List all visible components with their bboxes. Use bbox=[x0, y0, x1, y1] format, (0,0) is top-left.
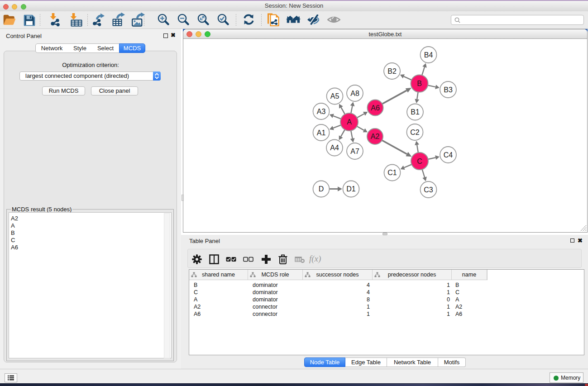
svg-text:B: B bbox=[417, 80, 422, 87]
svg-text:A6: A6 bbox=[371, 104, 380, 112]
svg-text:C: C bbox=[417, 157, 422, 165]
svg-text:C1: C1 bbox=[387, 169, 397, 176]
svg-text:A8: A8 bbox=[350, 90, 359, 97]
svg-text:C3: C3 bbox=[424, 186, 433, 194]
svg-text:A1: A1 bbox=[317, 129, 326, 137]
svg-text:B4: B4 bbox=[424, 51, 433, 59]
svg-text:D1: D1 bbox=[346, 185, 356, 193]
svg-text:D: D bbox=[319, 185, 324, 193]
svg-text:A: A bbox=[347, 118, 352, 126]
svg-text:f(x): f(x) bbox=[309, 255, 321, 264]
svg-text:B1: B1 bbox=[411, 108, 420, 116]
svg-text:A7: A7 bbox=[350, 148, 359, 155]
svg-text:C2: C2 bbox=[410, 129, 420, 136]
svg-text:A3: A3 bbox=[317, 108, 326, 115]
svg-text:A2: A2 bbox=[371, 133, 380, 140]
svg-text:A4: A4 bbox=[330, 144, 339, 152]
svg-text:B3: B3 bbox=[444, 86, 453, 94]
svg-text:A5: A5 bbox=[330, 92, 339, 100]
svg-text:C4: C4 bbox=[444, 151, 453, 159]
svg-text:B2: B2 bbox=[387, 67, 397, 75]
